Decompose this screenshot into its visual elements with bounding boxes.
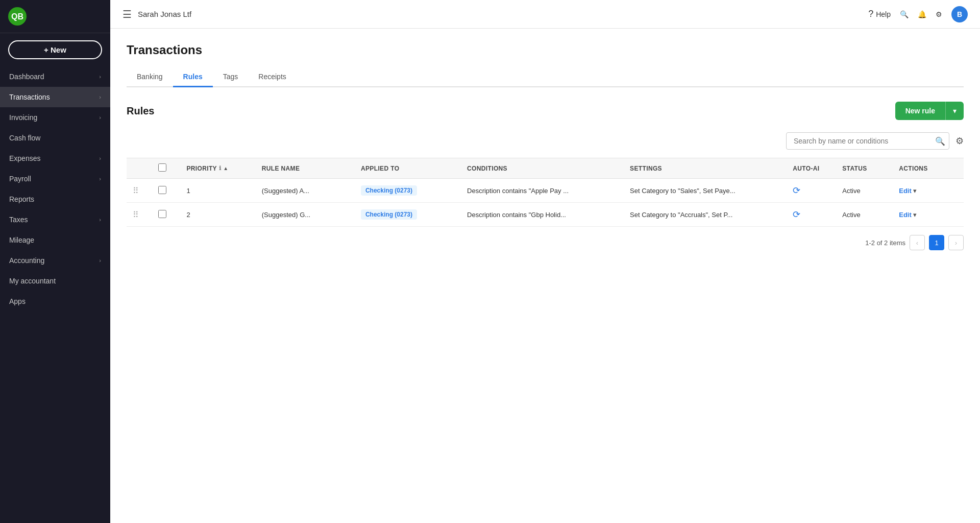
th-status: STATUS — [836, 158, 893, 179]
sidebar-item-myaccountant[interactable]: My accountant — [0, 271, 110, 291]
sidebar-item-mileage[interactable]: Mileage — [0, 230, 110, 250]
help-button[interactable]: ? Help — [868, 9, 891, 19]
th-appliedto: APPLIED TO — [355, 158, 461, 179]
pagination: 1-2 of 2 items ‹ 1 › — [127, 235, 964, 250]
drag-handle-cell: ⠿ — [127, 179, 152, 203]
help-circle-icon: ? — [868, 9, 873, 19]
topbar-left: ☰ Sarah Jonas Ltf — [122, 8, 191, 20]
sidebar-nav: Dashboard › Transactions › Invoicing › C… — [0, 66, 110, 523]
th-autoai: AUTO-AI — [787, 158, 836, 179]
row-actions-dropdown[interactable]: ▾ — [913, 211, 917, 219]
sidebar-item-label: Taxes — [9, 216, 28, 224]
sidebar-item-expenses[interactable]: Expenses › — [0, 148, 110, 169]
conditions-cell: Description contains "Gbp Holid... — [461, 203, 624, 227]
priority-cell: 1 — [180, 179, 255, 203]
drag-handle-icon[interactable]: ⠿ — [133, 210, 139, 219]
new-button[interactable]: + New — [8, 40, 102, 59]
tabs: Banking Rules Tags Receipts — [127, 67, 964, 87]
sidebar-item-label: Mileage — [9, 236, 34, 244]
chevron-icon: › — [99, 176, 101, 182]
sidebar-item-taxes[interactable]: Taxes › — [0, 209, 110, 230]
rule-name-cell: (Suggested) G... — [256, 203, 355, 227]
sidebar-item-label: Apps — [9, 297, 26, 305]
sidebar-item-reports[interactable]: Reports — [0, 189, 110, 209]
row-checkbox[interactable] — [158, 186, 166, 194]
search-wrap: 🔍 — [786, 132, 949, 150]
applied-to-badge: Checking (0273) — [361, 185, 417, 196]
prev-page-button[interactable]: ‹ — [910, 235, 925, 250]
sidebar-item-dashboard[interactable]: Dashboard › — [0, 66, 110, 87]
th-priority[interactable]: PRIORITY ℹ ▲ — [180, 158, 255, 179]
actions-cell: Edit ▾ — [893, 179, 964, 203]
sidebar-item-cashflow[interactable]: Cash flow — [0, 128, 110, 148]
auto-apply-icon: ⟳ — [793, 209, 800, 220]
sidebar-item-label: Expenses — [9, 154, 40, 162]
drag-handle-cell: ⠿ — [127, 203, 152, 227]
settings-cell: Set Category to "Accruals", Set P... — [624, 203, 787, 227]
page-1-button[interactable]: 1 — [929, 235, 944, 250]
chevron-icon: › — [99, 217, 101, 223]
status-cell: Active — [836, 203, 893, 227]
edit-button[interactable]: Edit — [899, 211, 912, 219]
search-button[interactable]: 🔍 — [900, 10, 909, 18]
notifications-button[interactable]: 🔔 — [918, 10, 926, 18]
new-rule-button[interactable]: New rule — [895, 102, 945, 120]
pagination-info: 1-2 of 2 items — [865, 239, 905, 247]
sidebar-item-transactions[interactable]: Transactions › — [0, 87, 110, 107]
settings-button[interactable]: ⚙ — [936, 10, 942, 18]
new-rule-button-group: New rule ▾ — [895, 102, 964, 120]
search-icon: 🔍 — [900, 10, 909, 18]
avatar[interactable]: B — [951, 6, 968, 22]
tab-rules[interactable]: Rules — [173, 67, 213, 87]
tab-tags[interactable]: Tags — [213, 67, 249, 87]
svg-text:QB: QB — [11, 12, 23, 21]
status-cell: Active — [836, 179, 893, 203]
sidebar-item-label: Cash flow — [9, 134, 40, 142]
conditions-cell: Description contains "Apple Pay ... — [461, 179, 624, 203]
main-area: ☰ Sarah Jonas Ltf ? Help 🔍 🔔 ⚙ B Transac… — [110, 0, 980, 523]
table-header: PRIORITY ℹ ▲ RULE NAME APPLIED TO CONDIT… — [127, 158, 964, 179]
next-page-button[interactable]: › — [948, 235, 964, 250]
edit-button[interactable]: Edit — [899, 187, 912, 195]
sidebar-item-apps[interactable]: Apps — [0, 291, 110, 312]
sidebar-item-payroll[interactable]: Payroll › — [0, 169, 110, 189]
sidebar: QB + New Dashboard › Transactions › Invo… — [0, 0, 110, 523]
table-settings-button[interactable]: ⚙ — [955, 135, 964, 147]
rules-table: PRIORITY ℹ ▲ RULE NAME APPLIED TO CONDIT… — [127, 158, 964, 227]
tab-banking[interactable]: Banking — [127, 67, 173, 87]
th-drag — [127, 158, 152, 179]
topbar-right: ? Help 🔍 🔔 ⚙ B — [868, 6, 968, 22]
applied-to-cell: Checking (0273) — [355, 179, 461, 203]
th-actions: ACTIONS — [893, 158, 964, 179]
rules-header: Rules New rule ▾ — [127, 102, 964, 120]
table-body: ⠿ 1 (Suggested) A... Checking (0273) Des… — [127, 179, 964, 227]
select-all-checkbox[interactable] — [158, 163, 166, 172]
search-input[interactable] — [786, 132, 949, 150]
search-submit-button[interactable]: 🔍 — [935, 136, 945, 146]
page-title: Transactions — [127, 43, 964, 57]
applied-to-badge: Checking (0273) — [361, 209, 417, 220]
sidebar-item-accounting[interactable]: Accounting › — [0, 250, 110, 271]
bell-icon: 🔔 — [918, 10, 926, 18]
sidebar-item-invoicing[interactable]: Invoicing › — [0, 107, 110, 128]
table-row: ⠿ 2 (Suggested) G... Checking (0273) Des… — [127, 203, 964, 227]
sidebar-item-label: Invoicing — [9, 113, 37, 122]
search-row: 🔍 ⚙ — [127, 132, 964, 150]
chevron-icon: › — [99, 74, 101, 80]
drag-handle-icon[interactable]: ⠿ — [133, 186, 139, 195]
hamburger-button[interactable]: ☰ — [122, 8, 132, 20]
row-checkbox[interactable] — [158, 210, 166, 218]
priority-info-icon: ℹ — [219, 165, 221, 172]
content-area: Transactions Banking Rules Tags Receipts… — [110, 29, 980, 523]
sidebar-item-label: Payroll — [9, 175, 31, 183]
chevron-icon: › — [99, 94, 101, 100]
priority-cell: 2 — [180, 203, 255, 227]
gear-icon: ⚙ — [936, 10, 942, 18]
settings-cell: Set Category to "Sales", Set Paye... — [624, 179, 787, 203]
th-rulename: RULE NAME — [256, 158, 355, 179]
chevron-icon: › — [99, 257, 101, 264]
tab-receipts[interactable]: Receipts — [248, 67, 296, 87]
row-actions-dropdown[interactable]: ▾ — [913, 187, 917, 195]
applied-to-cell: Checking (0273) — [355, 203, 461, 227]
new-rule-dropdown-button[interactable]: ▾ — [945, 102, 964, 120]
